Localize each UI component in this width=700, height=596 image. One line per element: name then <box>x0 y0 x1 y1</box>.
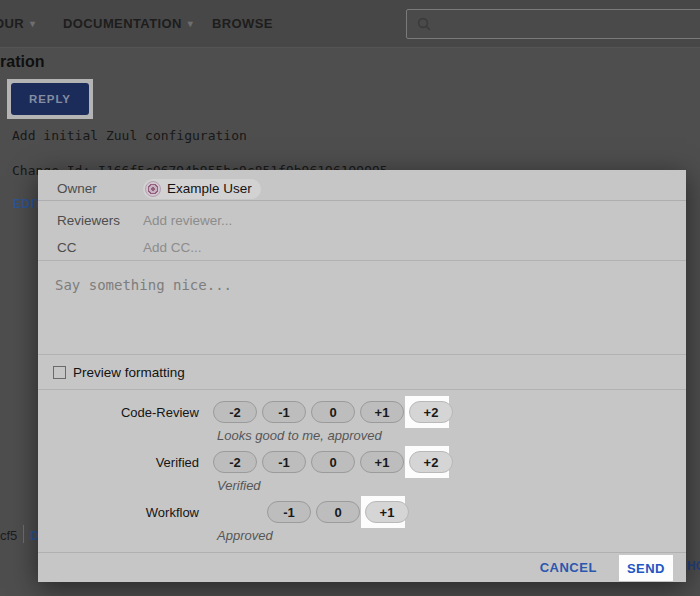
preview-formatting-checkbox[interactable] <box>53 366 66 379</box>
divider <box>23 525 24 543</box>
vote-pill-selected[interactable]: +2 <box>409 451 453 473</box>
vote-pill[interactable]: -2 <box>213 451 257 473</box>
vote-pill[interactable]: +1 <box>360 401 404 423</box>
highlight-box: SEND <box>619 555 673 581</box>
vote-pill[interactable]: 0 <box>316 501 360 523</box>
vote-pill[interactable]: -1 <box>267 501 311 523</box>
vote-description: Verified <box>217 478 686 496</box>
cancel-button[interactable]: CANCEL <box>540 560 597 575</box>
chevron-down-icon: ▾ <box>30 18 35 29</box>
vote-pill-selected[interactable]: +2 <box>409 401 453 423</box>
menu-item-documentation[interactable]: DOCUMENTATION ▾ <box>63 16 193 31</box>
menu-label: DOCUMENTATION <box>63 16 182 31</box>
owner-name: Example User <box>167 181 252 196</box>
reply-dialog: Owner Example User Reviewers Add reviewe… <box>38 170 686 582</box>
avatar <box>145 181 161 197</box>
cc-label: CC <box>57 240 143 255</box>
menu-item-your[interactable]: OUR ▾ <box>0 16 36 31</box>
vote-pill[interactable]: 0 <box>311 401 355 423</box>
reply-message-textarea[interactable]: Say something nice... <box>38 260 686 355</box>
vote-description: Approved <box>217 528 686 546</box>
menu-item-browse[interactable]: BROWSE <box>212 16 273 31</box>
send-button[interactable]: SEND <box>627 561 665 576</box>
reviewers-label: Reviewers <box>57 213 143 228</box>
owner-label: Owner <box>57 181 143 196</box>
vote-section: Code-Review -2 -1 0 +1 +2 Looks good to … <box>38 390 686 546</box>
menu-label: BROWSE <box>212 16 273 31</box>
owner-row: Owner Example User <box>38 170 686 201</box>
vote-block-workflow: Workflow -1 0 +1 Approved <box>38 496 686 546</box>
commit-sha-fragment: cf5 <box>0 528 17 543</box>
highlight-box: REPLY <box>7 79 93 119</box>
vote-pill[interactable]: +1 <box>360 451 404 473</box>
top-header-bar: OUR ▾ DOCUMENTATION ▾ BROWSE <box>0 0 700 48</box>
vote-label: Verified <box>38 455 206 470</box>
vote-description: Looks good to me, approved <box>217 428 686 446</box>
highlight-box: +2 <box>409 451 453 473</box>
search-input[interactable] <box>406 9 700 39</box>
owner-chip[interactable]: Example User <box>143 179 261 199</box>
vote-block-verified: Verified -2 -1 0 +1 +2 Verified <box>38 446 686 496</box>
dialog-footer: CANCEL SEND <box>38 552 686 582</box>
vote-label: Code-Review <box>38 405 206 420</box>
add-reviewer-input[interactable]: Add reviewer... <box>143 213 232 228</box>
message-placeholder: Say something nice... <box>55 277 232 293</box>
page-title: ration <box>0 53 44 71</box>
commit-message-line: Add initial Zuul configuration <box>12 128 247 143</box>
search-icon <box>417 17 431 31</box>
cc-row: CC Add CC... <box>38 234 686 260</box>
chevron-down-icon: ▾ <box>188 18 193 29</box>
highlight-box: +2 <box>409 401 453 423</box>
reviewers-row: Reviewers Add reviewer... <box>38 201 686 234</box>
vote-pill[interactable]: -1 <box>262 451 306 473</box>
vote-block-code-review: Code-Review -2 -1 0 +1 +2 Looks good to … <box>38 396 686 446</box>
vote-pill[interactable]: -2 <box>213 401 257 423</box>
vote-label: Workflow <box>38 505 206 520</box>
preview-formatting-row: Preview formatting <box>38 355 686 390</box>
vote-pill[interactable]: 0 <box>311 451 355 473</box>
menu-label: OUR <box>0 16 24 31</box>
add-cc-input[interactable]: Add CC... <box>143 240 202 255</box>
edge-link-fragment[interactable]: HC <box>687 559 700 573</box>
highlight-box: +1 <box>365 501 409 523</box>
vote-pill[interactable]: -1 <box>262 401 306 423</box>
preview-formatting-label: Preview formatting <box>73 365 185 380</box>
reply-button[interactable]: REPLY <box>11 83 89 115</box>
vote-pill-selected[interactable]: +1 <box>365 501 409 523</box>
